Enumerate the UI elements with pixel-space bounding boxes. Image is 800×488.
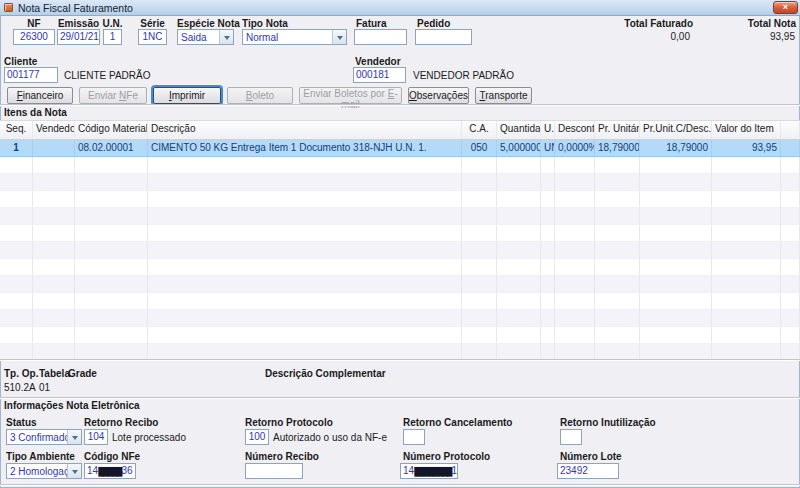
empty-cell — [497, 157, 541, 174]
empty-cell — [462, 225, 497, 242]
chevron-down-icon — [219, 30, 233, 44]
empty-cell — [712, 293, 781, 310]
empty-row — [0, 157, 800, 174]
item-cell: 18,79000 — [595, 140, 640, 157]
fatura-label: Fatura — [356, 18, 387, 29]
numero-lote-label: Número Lote — [560, 451, 622, 462]
un-field[interactable]: 1 — [103, 29, 122, 45]
total-nota-value: 93,95 — [697, 31, 795, 42]
toolbar-button-transporte[interactable]: Transporte — [475, 87, 532, 104]
empty-cell — [497, 310, 541, 327]
empty-cell — [0, 225, 33, 242]
empty-cell — [148, 225, 462, 242]
empty-cell — [595, 191, 640, 208]
retorno-cancelamento-field[interactable] — [403, 429, 425, 445]
empty-cell — [497, 293, 541, 310]
toolbar-button-observa-es[interactable]: Observações — [408, 87, 469, 104]
codigo-nfe-field[interactable]: 14█████36 — [84, 463, 136, 479]
retorno-protocolo-code-field[interactable]: 100 — [245, 429, 269, 445]
serie-field[interactable]: 1NC — [138, 29, 167, 45]
numero-recibo-field[interactable] — [245, 463, 303, 479]
empty-cell — [555, 259, 595, 276]
serie-label: Série — [134, 18, 171, 29]
column-header[interactable] — [781, 121, 800, 139]
toolbar-button-financeiro[interactable]: Financeiro — [7, 87, 73, 104]
fatura-field[interactable] — [354, 29, 407, 45]
empty-cell — [75, 276, 148, 293]
empty-row — [0, 276, 800, 293]
pedido-field[interactable] — [415, 29, 472, 45]
especie-nota-label: Espécie Nota — [177, 18, 240, 29]
item-cell: 93,95 — [712, 140, 781, 157]
empty-cell — [781, 157, 800, 174]
pedido-label: Pedido — [417, 18, 450, 29]
nf-field[interactable]: 26300 — [13, 29, 55, 45]
item-row-selected[interactable]: 108.02.00001CIMENTO 50 KG Entrega Item 1… — [0, 140, 800, 157]
numero-lote-field[interactable]: 23492 — [557, 463, 619, 479]
empty-cell — [33, 259, 75, 276]
empty-cell — [640, 157, 712, 174]
items-section-title: Itens da Nota — [4, 107, 67, 118]
empty-cell — [712, 191, 781, 208]
column-header[interactable]: Seq. — [0, 121, 33, 139]
column-header[interactable]: Código Material — [75, 121, 148, 139]
empty-cell — [462, 259, 497, 276]
empty-cell — [541, 259, 555, 276]
column-header[interactable]: Pr.Unit.C/Desc. — [640, 121, 712, 139]
item-cell — [33, 140, 75, 157]
column-header[interactable]: Pr. Unitário — [595, 121, 640, 139]
empty-cell — [75, 242, 148, 259]
items-table: Seq.VendedorCódigo MaterialDescriçãoC.A.… — [0, 120, 800, 361]
column-header[interactable]: Quantidade — [497, 121, 541, 139]
empty-cell — [595, 157, 640, 174]
column-header[interactable]: Descrição — [148, 121, 462, 139]
column-header[interactable]: U... — [541, 121, 555, 139]
toolbar-button-enviar-nfe: Enviar NFe — [79, 87, 147, 104]
cliente-code-field[interactable]: 001177 — [4, 67, 58, 83]
cliente-label: Cliente — [4, 56, 37, 67]
tipo-ambiente-select[interactable]: 2 Homologação — [6, 463, 82, 479]
retorno-protocolo-text: Autorizado o uso da NF-e — [273, 432, 387, 443]
toolbar-button-imprimir[interactable]: Imprimir — [153, 87, 221, 104]
empty-cell — [462, 310, 497, 327]
retorno-inutilizacao-field[interactable] — [560, 429, 582, 445]
empty-cell — [595, 276, 640, 293]
close-icon[interactable]: × — [773, 1, 798, 14]
especie-nota-select[interactable]: Saida — [177, 29, 234, 45]
empty-cell — [75, 259, 148, 276]
empty-cell — [555, 327, 595, 344]
empty-cell — [541, 208, 555, 225]
empty-cell — [781, 242, 800, 259]
column-header[interactable]: C.A. — [462, 121, 497, 139]
numero-protocolo-field[interactable]: 14████████15 — [400, 463, 458, 479]
column-header[interactable]: Desconto — [555, 121, 595, 139]
tipo-nota-select[interactable]: Normal — [242, 29, 347, 45]
emissao-label: Emissão — [57, 18, 100, 29]
empty-cell — [781, 327, 800, 344]
item-cell: 5,000000 — [497, 140, 541, 157]
vendedor-code-field[interactable]: 000181 — [353, 67, 406, 83]
status-select[interactable]: 3 Confirmado — [6, 429, 82, 445]
empty-cell — [541, 276, 555, 293]
emissao-field[interactable]: 29/01/21 — [57, 29, 100, 45]
empty-cell — [0, 310, 33, 327]
empty-cell — [712, 259, 781, 276]
empty-cell — [595, 242, 640, 259]
empty-cell — [75, 174, 148, 191]
column-header[interactable]: Vendedor — [33, 121, 75, 139]
empty-cell — [75, 157, 148, 174]
empty-cell — [33, 242, 75, 259]
empty-cell — [595, 225, 640, 242]
empty-cell — [712, 242, 781, 259]
empty-cell — [462, 242, 497, 259]
tabela-label: Tabela — [39, 368, 70, 379]
window-title: Nota Fiscal Faturamento — [18, 2, 133, 14]
empty-cell — [33, 157, 75, 174]
empty-cell — [541, 242, 555, 259]
empty-cell — [0, 191, 33, 208]
column-header[interactable]: Valor do Item — [712, 121, 781, 139]
nfe-section-title: Informações Nota Eletrônica — [4, 400, 140, 411]
retorno-recibo-code-field[interactable]: 104 — [84, 429, 108, 445]
empty-cell — [640, 327, 712, 344]
codigo-nfe-prefix: 14 — [87, 465, 98, 476]
